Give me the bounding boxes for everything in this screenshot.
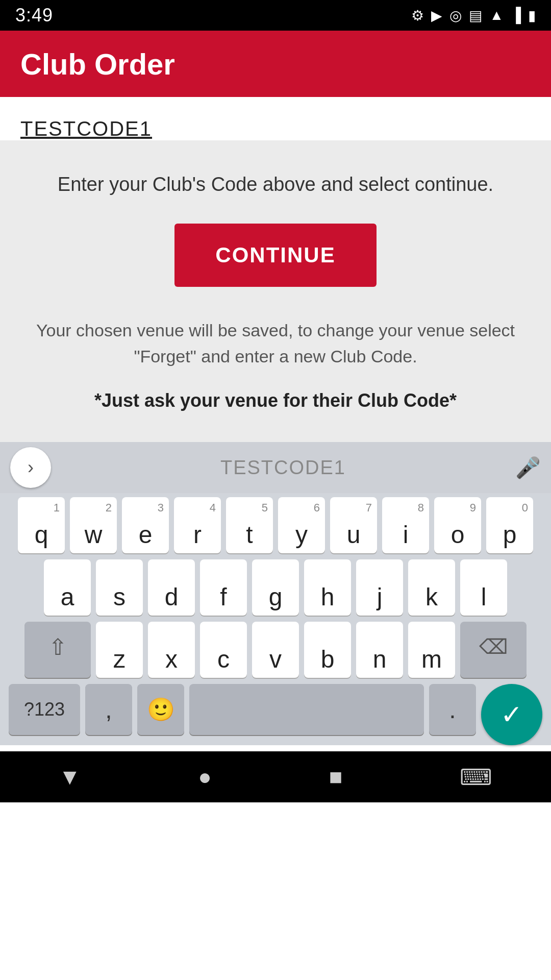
wifi-icon: ▲ xyxy=(489,7,504,23)
key-t[interactable]: 5t xyxy=(226,497,273,553)
key-x[interactable]: x xyxy=(148,622,195,678)
key-v[interactable]: v xyxy=(252,622,299,678)
play-icon: ▶ xyxy=(431,7,442,24)
back-nav-icon[interactable]: ▼ xyxy=(59,764,81,790)
instruction-text: Enter your Club's Code above and select … xyxy=(58,171,493,198)
emoji-icon: 🙂 xyxy=(147,696,175,723)
keyboard-row-2: a s d f g h j k l xyxy=(0,559,551,616)
key-k[interactable]: k xyxy=(408,559,455,616)
backspace-icon: ⌫ xyxy=(479,635,508,658)
keyboard-row-3: ⇧ z x c v b n m ⌫ xyxy=(0,622,551,678)
period-label: . xyxy=(449,696,456,724)
app-title: Club Order xyxy=(20,47,175,81)
microphone-icon[interactable]: 🎤 xyxy=(515,456,541,480)
keyboard-area: › TESTCODE1 🎤 1q 2w 3e 4r 5t 6y 7u 8i 9o… xyxy=(0,442,551,745)
card-icon: ▤ xyxy=(469,7,482,24)
status-icons: ⚙ ▶ ◎ ▤ ▲ ▐ ▮ xyxy=(411,7,536,24)
keyboard-nav-icon[interactable]: ⌨ xyxy=(460,764,492,790)
keyboard-row-4: ?123 , 🙂 . ✓ xyxy=(0,684,551,745)
key-l[interactable]: l xyxy=(460,559,507,616)
key-b[interactable]: b xyxy=(304,622,351,678)
period-key[interactable]: . xyxy=(429,684,476,735)
navigation-bar: ▼ ● ■ ⌨ xyxy=(0,751,551,802)
key-h[interactable]: h xyxy=(304,559,351,616)
shift-icon: ⇧ xyxy=(48,634,67,660)
home-nav-icon[interactable]: ● xyxy=(198,764,212,790)
comma-key[interactable]: , xyxy=(85,684,132,735)
key-u[interactable]: 7u xyxy=(330,497,377,553)
location-icon: ◎ xyxy=(449,7,462,24)
key-c[interactable]: c xyxy=(200,622,247,678)
key-s[interactable]: s xyxy=(96,559,143,616)
battery-icon: ▮ xyxy=(528,7,536,24)
keyboard-text-display: TESTCODE1 xyxy=(61,457,505,479)
status-bar: 3:49 ⚙ ▶ ◎ ▤ ▲ ▐ ▮ xyxy=(0,0,551,31)
num-sym-label: ?123 xyxy=(24,699,65,720)
key-n[interactable]: n xyxy=(356,622,403,678)
key-i[interactable]: 8i xyxy=(382,497,429,553)
comma-label: , xyxy=(105,696,112,724)
emoji-key[interactable]: 🙂 xyxy=(137,684,184,735)
keyboard-body: 1q 2w 3e 4r 5t 6y 7u 8i 9o 0p a s d f g … xyxy=(0,493,551,745)
backspace-key[interactable]: ⌫ xyxy=(460,622,527,678)
main-content-section: Enter your Club's Code above and select … xyxy=(0,140,551,442)
settings-icon: ⚙ xyxy=(411,7,424,24)
club-code-note: *Just ask your venue for their Club Code… xyxy=(94,390,457,411)
key-r[interactable]: 4r xyxy=(174,497,221,553)
key-e[interactable]: 3e xyxy=(122,497,169,553)
venue-note: Your chosen venue will be saved, to chan… xyxy=(20,317,531,370)
key-y[interactable]: 6y xyxy=(278,497,325,553)
key-q[interactable]: 1q xyxy=(18,497,65,553)
key-g[interactable]: g xyxy=(252,559,299,616)
key-j[interactable]: j xyxy=(356,559,403,616)
app-bar: Club Order xyxy=(0,31,551,97)
continue-button[interactable]: CONTINUE xyxy=(174,224,376,287)
chevron-right-icon: › xyxy=(28,457,34,478)
shift-key[interactable]: ⇧ xyxy=(24,622,91,678)
key-z[interactable]: z xyxy=(96,622,143,678)
code-input-area xyxy=(0,97,551,140)
checkmark-icon: ✓ xyxy=(500,699,523,730)
key-m[interactable]: m xyxy=(408,622,455,678)
key-f[interactable]: f xyxy=(200,559,247,616)
enter-key[interactable]: ✓ xyxy=(481,684,542,745)
signal-icon: ▐ xyxy=(511,7,521,23)
keyboard-toolbar: › TESTCODE1 🎤 xyxy=(0,442,551,493)
key-o[interactable]: 9o xyxy=(434,497,481,553)
key-w[interactable]: 2w xyxy=(70,497,117,553)
key-p[interactable]: 0p xyxy=(486,497,533,553)
key-a[interactable]: a xyxy=(44,559,91,616)
num-sym-key[interactable]: ?123 xyxy=(9,684,80,735)
key-d[interactable]: d xyxy=(148,559,195,616)
keyboard-expand-button[interactable]: › xyxy=(10,447,51,488)
club-code-input[interactable] xyxy=(20,117,531,140)
status-time: 3:49 xyxy=(15,5,53,26)
keyboard-row-1: 1q 2w 3e 4r 5t 6y 7u 8i 9o 0p xyxy=(0,497,551,553)
space-key[interactable] xyxy=(189,684,424,735)
recents-nav-icon[interactable]: ■ xyxy=(329,764,343,790)
